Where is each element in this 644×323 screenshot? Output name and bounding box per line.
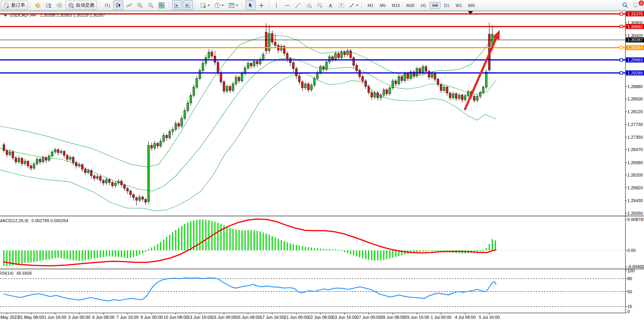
svg-text:1.25430: 1.25430: [627, 198, 643, 203]
zoom-in-button[interactable]: [135, 0, 145, 10]
chevron-down-icon: [221, 5, 224, 6]
horizontal-line-button[interactable]: [282, 0, 292, 10]
toolbar-grip[interactable]: [195, 2, 196, 9]
toolbar-grip[interactable]: [361, 2, 363, 9]
templates-button[interactable]: [226, 0, 240, 10]
auto-scroll-button[interactable]: [172, 0, 182, 10]
tf-mn[interactable]: MN: [465, 2, 477, 9]
zoom-in-icon: [137, 2, 143, 8]
svg-text:0.00: 0.00: [627, 248, 635, 253]
auto-trading-button[interactable]: 自动交易: [65, 1, 97, 10]
cursor-button[interactable]: [245, 0, 256, 10]
svg-text:16 Jun 08:00: 16 Jun 08:00: [236, 315, 261, 320]
tf-d1[interactable]: D1: [441, 2, 452, 9]
new-order-button[interactable]: 新订单: [1, 1, 28, 10]
svg-text:100: 100: [627, 269, 634, 273]
tf-m15[interactable]: M15: [389, 2, 403, 9]
search-icon: [622, 2, 629, 8]
chevron-down-icon: [356, 5, 358, 6]
svg-text:7 Jun 16:00: 7 Jun 16:00: [116, 315, 139, 320]
svg-text:28 Jun 08:00: 28 Jun 08:00: [380, 315, 405, 320]
text-button[interactable]: A: [325, 0, 336, 10]
toolbar-right: 1: [620, 0, 642, 10]
text-icon: A: [327, 2, 334, 8]
tile-windows-button[interactable]: [157, 0, 167, 10]
equidistant-channel-button[interactable]: E: [304, 0, 314, 10]
fibonacci-icon: F: [317, 2, 323, 8]
svg-text:1.25050: 1.25050: [627, 211, 643, 216]
chart-line-button[interactable]: [124, 0, 134, 10]
svg-text:E: E: [310, 6, 312, 8]
clock-icon: [214, 2, 220, 8]
tf-m30[interactable]: M30: [404, 2, 417, 9]
template-icon: [228, 2, 235, 8]
chart-shift-button[interactable]: [183, 0, 193, 10]
tf-h1[interactable]: H1: [418, 2, 429, 9]
search-button[interactable]: [620, 0, 630, 10]
bar-chart-icon: [104, 2, 111, 8]
svg-text:1.29289: 1.29289: [627, 71, 643, 75]
toolbar: 新订单 自动交易: [0, 0, 644, 11]
svg-text:1 Jul 00:00: 1 Jul 00:00: [431, 315, 451, 320]
svg-text:22 Jun 08:00: 22 Jun 08:00: [308, 315, 333, 320]
tf-m1[interactable]: M1: [365, 2, 376, 9]
svg-text:1.26970: 1.26970: [627, 147, 643, 152]
svg-text:1.30054: 1.30054: [627, 45, 643, 50]
toolbar-grip[interactable]: [169, 2, 170, 9]
vertical-line-button[interactable]: [271, 0, 281, 10]
auto-scroll-icon: [174, 2, 180, 8]
chart-bars-button[interactable]: [102, 0, 112, 10]
svg-text:1.29683: 1.29683: [627, 58, 643, 62]
object-marker-icon: [4, 15, 7, 17]
indicators-button[interactable]: [198, 0, 211, 10]
tf-w1[interactable]: W1: [453, 2, 465, 9]
chart-candles-button[interactable]: [113, 0, 123, 10]
zoom-out-icon: [148, 2, 154, 8]
vertical-line-icon: [273, 2, 279, 8]
signals-icon: [56, 2, 63, 8]
svg-text:1.26200: 1.26200: [627, 173, 643, 177]
svg-text:1.26580: 1.26580: [627, 160, 643, 165]
svg-text:27 Jun 00:00: 27 Jun 00:00: [356, 315, 381, 320]
tf-m5[interactable]: M5: [377, 2, 388, 9]
indicators-icon: [200, 2, 206, 8]
text-label-icon: T: [338, 2, 344, 8]
trendline-button[interactable]: [293, 0, 303, 10]
toolbar-grip[interactable]: [99, 2, 101, 9]
svg-text:1.30287: 1.30287: [627, 37, 643, 42]
svg-text:29 Jun 16:00: 29 Jun 16:00: [405, 315, 429, 320]
periods-button[interactable]: [212, 0, 225, 10]
rsi-label-line: RSI(14) 66.6605: [0, 271, 32, 275]
svg-text:23 Jun 16:00: 23 Jun 16:00: [332, 315, 357, 320]
chart-canvas[interactable]: 1.308001.304201.288801.285001.281201.277…: [0, 0, 644, 323]
rsi-indicator-value: 66.6605: [17, 271, 32, 275]
signals-button[interactable]: [55, 0, 65, 10]
cursor-arrow-icon: [247, 2, 254, 8]
svg-text:1.28120: 1.28120: [627, 109, 643, 114]
svg-text:3 Jun 00:00: 3 Jun 00:00: [68, 315, 90, 320]
line-chart-icon: [126, 2, 132, 8]
toolbar-grip[interactable]: [242, 2, 244, 9]
svg-text:1.30420: 1.30420: [627, 33, 643, 38]
svg-text:T: T: [340, 3, 342, 7]
notifications-button[interactable]: 1: [633, 2, 642, 9]
svg-text:-0.004601: -0.004601: [627, 264, 644, 269]
svg-text:F: F: [321, 6, 322, 8]
zoom-out-button[interactable]: [146, 0, 156, 10]
svg-text:13 Jun 16:00: 13 Jun 16:00: [187, 315, 212, 320]
rsi-indicator-label: RSI(14): [0, 271, 14, 275]
channel-icon: E: [306, 2, 312, 8]
arrows-icon: [349, 2, 355, 8]
arrows-button[interactable]: [347, 0, 359, 10]
symbols-button[interactable]: [33, 0, 43, 10]
fibonacci-button[interactable]: F: [315, 0, 325, 10]
app-window: 新订单 自动交易: [0, 0, 644, 323]
crosshair-button[interactable]: [256, 0, 266, 10]
macd-indicator-label: MACD(12,26,9): [0, 218, 28, 223]
svg-text:4 Jul 08:00: 4 Jul 08:00: [455, 315, 475, 320]
data-window-button[interactable]: [44, 0, 54, 10]
crosshair-icon: [258, 2, 264, 8]
text-label-button[interactable]: T: [336, 0, 346, 10]
tf-h4[interactable]: H4: [429, 2, 440, 9]
svg-text:1.28500: 1.28500: [627, 97, 643, 101]
